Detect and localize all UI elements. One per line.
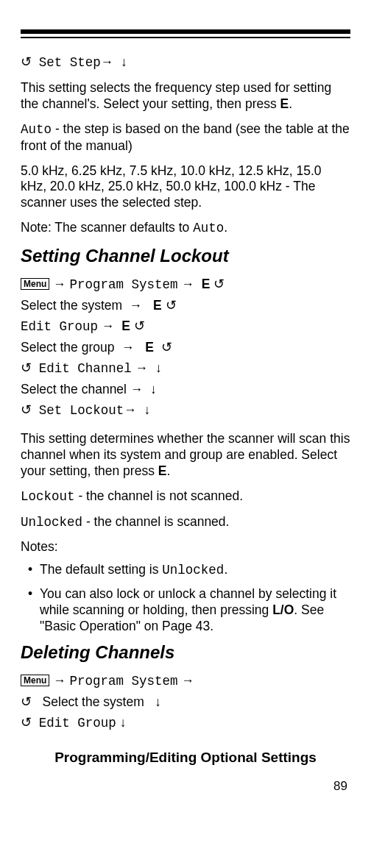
arrow-right-icon: → [182, 277, 195, 291]
arrow-right-icon: → [135, 360, 149, 375]
notes-list: The default setting is Unlocked. You can… [21, 562, 350, 635]
page-number: 89 [21, 779, 350, 794]
arrow-right-icon: → [121, 340, 135, 355]
heading-lockout: Setting Channel Lockout [21, 246, 350, 266]
arrow-right-icon: → [124, 402, 137, 417]
deleting-step-3: ↺ Edit Group ↓ [21, 712, 350, 733]
text: Select the channel [21, 382, 127, 396]
key-e: E [153, 298, 162, 313]
text: . [289, 96, 292, 111]
lockout-step-6: Select the channel → ↓ [21, 379, 350, 399]
auto-desc: Auto - the step is based on the band (se… [21, 121, 350, 154]
arrow-right-icon: → [53, 673, 66, 688]
arrow-right-icon: → [130, 298, 143, 313]
text: - the channel is not scanned. [75, 488, 244, 503]
key-e: E [202, 277, 211, 291]
refresh-icon: ↺ [134, 319, 145, 333]
lockout-desc: This setting determines whether the scan… [21, 431, 350, 480]
arrow-down-icon: ↓ [120, 715, 127, 730]
text: . [224, 562, 227, 577]
auto-label: Auto [21, 122, 52, 137]
refresh-icon: ↺ [213, 277, 225, 291]
set-lockout-label: Set Lockout [39, 403, 124, 418]
text: Select the system [21, 298, 122, 313]
menu-button-icon: Menu [21, 278, 49, 290]
arrow-right-icon: → [130, 382, 144, 396]
arrow-right-icon: → [53, 277, 66, 291]
lockout-step-4: Select the group → E ↺ [21, 337, 350, 357]
notes-label: Notes: [21, 539, 350, 555]
arrow-right-icon: → [102, 319, 115, 333]
deleting-step-1: Menu → Program System → [21, 670, 350, 691]
key-e: E [158, 463, 167, 478]
key-e: E [145, 340, 154, 355]
deleting-step-2: ↺ Select the system ↓ [21, 691, 350, 712]
text: Select the system [43, 694, 144, 709]
arrow-right-icon: → [182, 673, 195, 688]
auto-code: Auto [193, 221, 224, 235]
key-e: E [121, 319, 130, 333]
note-auto: Note: The scanner defaults to Auto. [21, 220, 350, 237]
refresh-icon: ↺ [21, 402, 32, 417]
set-step-desc: This setting selects the frequency step … [21, 80, 350, 113]
refresh-icon: ↺ [166, 298, 177, 313]
set-step-line: ↺ Set Step→ ↓ [21, 51, 350, 73]
refresh-icon: ↺ [21, 54, 32, 69]
lockout-step-5: ↺ Edit Channel → ↓ [21, 357, 350, 379]
list-item: You can also lock or unlock a channel by… [21, 586, 350, 635]
lockout-step-2: Select the system → E ↺ [21, 295, 350, 316]
lockout-code: Lockout [21, 489, 75, 504]
program-system-label: Program System [70, 674, 178, 689]
top-rule-thin [21, 37, 350, 38]
refresh-icon: ↺ [21, 715, 32, 730]
text: This setting determines whether the scan… [21, 431, 350, 478]
set-step-label: Set Step [39, 55, 101, 70]
key-e: E [280, 96, 289, 111]
text: . [166, 463, 170, 478]
refresh-icon: ↺ [21, 360, 32, 375]
page-container: ↺ Set Step→ ↓ This setting selects the f… [0, 0, 371, 808]
key-lo: L/O [272, 602, 294, 617]
arrow-right-icon: → [101, 54, 114, 69]
list-item: The default setting is Unlocked. [21, 562, 350, 579]
text: - the channel is scanned. [82, 514, 229, 529]
unlocked-code: Unlocked [162, 563, 224, 577]
refresh-icon: ↺ [161, 340, 172, 355]
arrow-down-icon: ↓ [121, 54, 127, 69]
footer-section-title: Programming/Editing Optional Settings [21, 750, 350, 766]
edit-group-label: Edit Group [39, 716, 116, 730]
lockout-step-3: Edit Group → E ↺ [21, 316, 350, 337]
arrow-down-icon: ↓ [155, 360, 162, 375]
text: The default setting is [40, 562, 162, 577]
arrow-down-icon: ↓ [144, 402, 151, 417]
arrow-down-icon: ↓ [155, 694, 161, 709]
edit-channel-label: Edit Channel [39, 361, 132, 376]
arrow-down-icon: ↓ [150, 382, 157, 396]
unlocked-code: Unlocked [21, 515, 82, 530]
refresh-icon: ↺ [21, 694, 32, 709]
lockout-step-7: ↺ Set Lockout→ ↓ [21, 399, 350, 421]
top-rule-thick [21, 29, 350, 34]
lockout-option: Lockout - the channel is not scanned. [21, 488, 350, 505]
text: Note: The scanner defaults to [21, 220, 193, 235]
text: . [224, 220, 227, 235]
text: - the step is based on the band (see the… [21, 121, 350, 153]
text: Select the group [21, 340, 114, 355]
lockout-step-1: Menu → Program System → E ↺ [21, 274, 350, 295]
program-system-label: Program System [70, 277, 178, 292]
unlocked-option: Unlocked - the channel is scanned. [21, 514, 350, 531]
edit-group-label: Edit Group [21, 319, 98, 334]
steps-list: 5.0 kHz, 6.25 kHz, 7.5 kHz, 10.0 kHz, 12… [21, 163, 350, 212]
heading-deleting: Deleting Channels [21, 642, 350, 663]
menu-button-icon: Menu [21, 675, 49, 686]
